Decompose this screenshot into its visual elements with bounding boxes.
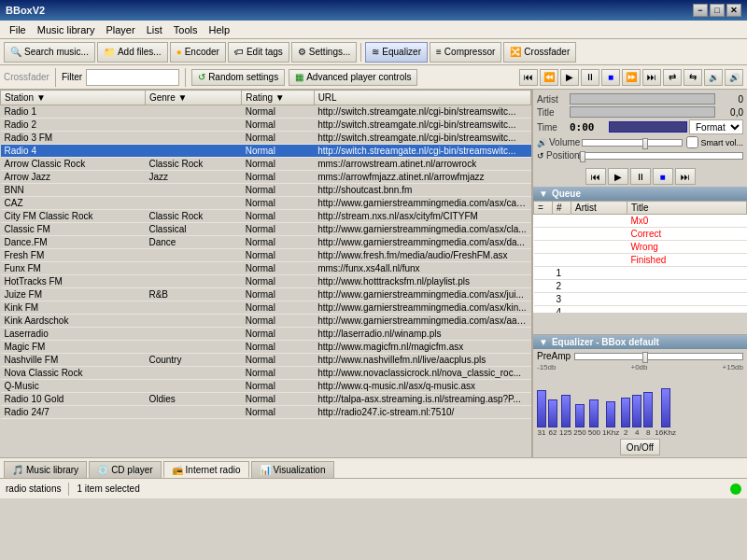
table-row[interactable]: Radio 3 FM Normal http://switch.streamga… [1,132,531,145]
eq-band-16Khz[interactable]: 16Khz [655,388,676,437]
mini-pause[interactable]: ⏸ [630,168,651,185]
queue-row[interactable]: 3 [534,293,747,306]
table-row[interactable]: Funx FM Normal mms://funx.xs4all.nl/funx [1,262,531,275]
preamp-handle[interactable] [642,352,648,363]
queue-row[interactable]: 2 [534,280,747,293]
table-row[interactable]: Arrow Jazz Jazz Normal mms://arrowfmjazz… [1,171,531,184]
eq-band-31[interactable]: 31 [537,390,546,437]
edit-tags-button[interactable]: 🏷 Edit tags [228,42,289,63]
volume-handle[interactable] [642,138,648,149]
queue-row[interactable]: Correct [534,228,747,241]
eq-band-125[interactable]: 125 [559,395,571,437]
table-row[interactable]: Nova Classic Rock Normal http://www.nova… [1,367,531,380]
queue-col-title[interactable]: Title [627,202,747,215]
eq-onoff-button[interactable]: On/Off [620,439,660,455]
minimize-btn[interactable]: − [693,4,708,17]
table-row[interactable]: Classic FM Classical Normal http://www.g… [1,223,531,236]
tab-internet-radio[interactable]: 📻 Internet radio [163,461,249,478]
pause-btn[interactable]: ⏸ [581,69,599,86]
mini-prev[interactable]: ⏮ [585,168,606,185]
stop-btn[interactable]: ■ [601,69,620,86]
queue-col-num2[interactable]: # [553,202,571,215]
mini-next[interactable]: ⏭ [675,168,696,185]
shuffle-btn[interactable]: ⇄ [663,69,682,86]
queue-row[interactable]: 4 [534,306,747,314]
vol-up-btn[interactable]: 🔊 [725,69,743,86]
preamp-slider[interactable] [574,353,743,360]
menu-tools[interactable]: Tools [168,22,204,37]
table-row[interactable]: Arrow Classic Rock Classic Rock Normal m… [1,158,531,171]
advanced-controls-button[interactable]: ▦ Advanced player controls [289,69,417,86]
table-row[interactable]: Radio 2 Normal http://switch.streamgate.… [1,119,531,132]
queue-row[interactable]: 1 [534,267,747,280]
table-row[interactable]: Radio 10 Gold Oldies Normal http://talpa… [1,393,531,406]
maximize-btn[interactable]: □ [710,4,725,17]
equalizer-button[interactable]: ≋ Equalizer [365,42,428,63]
table-row[interactable]: City FM Classic Rock Classic Rock Normal… [1,210,531,223]
encoder-button[interactable]: ● Encoder [170,42,226,63]
col-station[interactable]: Station ▼ [1,91,146,105]
table-row[interactable]: Kink FM Normal http://www.garnierstreamm… [1,301,531,315]
table-row[interactable]: Radio 24/7 Normal http://radio247.ic-str… [1,406,531,419]
eq-band-8[interactable]: 8 [643,392,653,437]
next-btn[interactable]: ⏭ [642,69,661,86]
mini-stop[interactable]: ■ [653,168,673,185]
table-row[interactable]: Nashville FM Country Normal http://www.n… [1,354,531,367]
eq-band-2[interactable]: 2 [621,398,630,437]
compressor-button[interactable]: ≡ Compressor [430,42,501,63]
add-files-button[interactable]: 📁 Add files... [97,42,168,63]
close-btn[interactable]: ✕ [726,4,741,17]
position-handle[interactable] [580,151,585,162]
eq-band-500[interactable]: 500 [588,399,600,437]
volume-slider[interactable] [582,139,683,147]
eq-band-4[interactable]: 4 [632,395,641,437]
table-row[interactable]: Radio 1 Normal http://switch.streamgate.… [1,105,531,119]
position-slider[interactable] [579,152,743,160]
filter-input[interactable] [86,69,179,86]
col-url[interactable]: URL [314,91,530,105]
prev-btn[interactable]: ⏮ [519,69,538,86]
queue-row[interactable]: Finished [534,254,747,267]
menu-player[interactable]: Player [100,22,140,37]
format-select[interactable]: Format [689,119,743,134]
menu-list[interactable]: List [141,22,168,37]
menu-music-library[interactable]: Music library [32,22,101,37]
eq-band-250[interactable]: 250 [573,404,585,437]
menu-help[interactable]: Help [203,22,235,37]
table-row[interactable]: Juize FM R&B Normal http://www.garnierst… [1,288,531,301]
queue-collapse-icon[interactable]: ▼ [539,189,548,199]
eq-band-1Khz[interactable]: 1Khz [602,401,619,437]
vol-down-btn[interactable]: 🔉 [704,69,723,86]
table-row[interactable]: Dance.FM Dance Normal http://www.garnier… [1,236,531,249]
table-row[interactable]: Laserradio Normal http://laserradio.nl/w… [1,328,531,341]
time-bar[interactable] [609,121,687,133]
mini-play[interactable]: ▶ [608,168,628,185]
table-row[interactable]: Kink Aardschok Normal http://www.garnier… [1,315,531,328]
smart-vol-checkbox[interactable] [686,136,698,148]
tab-cd-player[interactable]: 💿 CD player [89,461,161,478]
table-row[interactable]: BNN Normal http://shoutcast.bnn.fm [1,184,531,197]
play-btn[interactable]: ▶ [560,69,579,86]
settings-button[interactable]: ⚙ Settings... [291,42,357,63]
eq-band-62[interactable]: 62 [548,399,557,437]
crossfader-button[interactable]: 🔀 Crossfader [503,42,576,63]
menu-file[interactable]: File [4,22,32,37]
repeat-btn[interactable]: ⇆ [684,69,702,86]
table-row[interactable]: Radio 4 Normal http://switch.streamgate.… [1,145,531,158]
queue-scroll[interactable]: = # Artist Title Mx0 Correct [533,201,747,313]
col-genre[interactable]: Genre ▼ [145,91,241,105]
tab-visualization[interactable]: 📊 Visualization [251,461,334,478]
search-music-button[interactable]: 🔍 Search music... [4,42,95,63]
table-row[interactable]: HotTracks FM Normal http://www.hotttrack… [1,275,531,288]
rew-btn[interactable]: ⏪ [540,69,558,86]
queue-col-num[interactable]: = [534,202,553,215]
table-row[interactable]: Magic FM Normal http://www.magicfm.nl/ma… [1,341,531,354]
random-settings-button[interactable]: ↺ Random settings [191,69,285,86]
queue-row[interactable]: Mx0 [534,215,747,228]
table-row[interactable]: Q-Music Normal http://www.q-music.nl/asx… [1,380,531,393]
playlist-scroll[interactable]: Station ▼ Genre ▼ Rating ▼ URL Radio 1 N… [0,90,531,457]
table-row[interactable]: CAZ Normal http://www.garnierstreammingm… [1,197,531,210]
queue-row[interactable]: Wrong [534,241,747,254]
queue-col-artist[interactable]: Artist [571,202,627,215]
table-row[interactable]: Fresh FM Normal http://www.fresh.fm/medi… [1,249,531,262]
